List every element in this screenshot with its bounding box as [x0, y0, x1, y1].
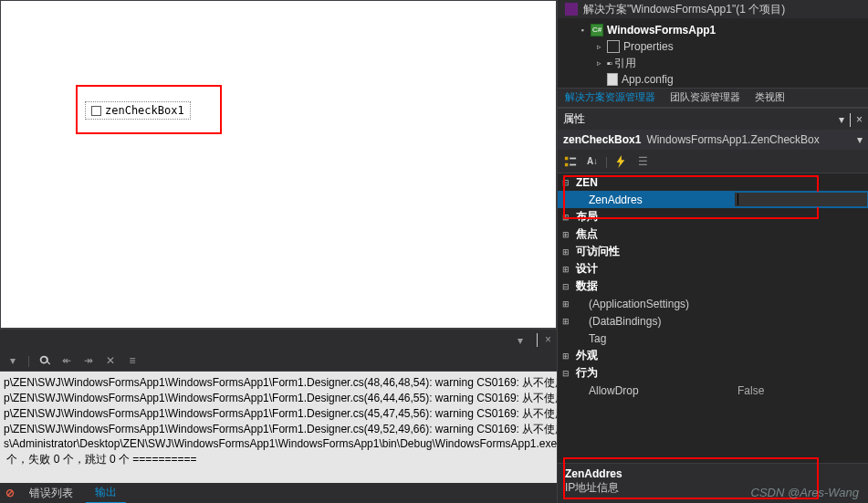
- category-design[interactable]: ⊞设计: [558, 260, 868, 278]
- svg-rect-1: [565, 162, 569, 166]
- appconfig-node[interactable]: App.config: [591, 71, 868, 88]
- expander-icon[interactable]: ▹: [594, 42, 603, 51]
- clear-icon[interactable]: ✕: [103, 353, 118, 368]
- goto-next-icon[interactable]: ↠: [81, 353, 96, 368]
- expand-icon[interactable]: ⊞: [558, 213, 574, 222]
- property-data-bindings[interactable]: ⊞(DataBindings): [558, 312, 868, 330]
- project-node[interactable]: ▪ C# WindowsFormsApp1: [574, 22, 868, 38]
- selected-object-name: zenCheckBox1: [563, 133, 641, 146]
- references-node[interactable]: ▹ ▪▫ 引用: [591, 55, 868, 71]
- form-designer-canvas[interactable]: zenCheckBox1: [0, 0, 557, 329]
- property-value: False: [734, 384, 868, 397]
- output-text[interactable]: p\ZEN\SWJ\WindowsFormsApp1\WindowsFormsA…: [0, 372, 557, 483]
- pin-icon[interactable]: [537, 333, 538, 346]
- expand-icon[interactable]: ⊞: [558, 351, 574, 361]
- expander-icon[interactable]: ▹: [594, 58, 603, 68]
- chevron-down-icon[interactable]: ▾: [857, 133, 863, 146]
- tab-output[interactable]: 输出: [86, 483, 126, 504]
- collapse-icon[interactable]: ⊟: [558, 369, 574, 378]
- find-icon[interactable]: [37, 353, 52, 368]
- output-header: ▾ ×: [0, 330, 557, 350]
- solution-title: 解决方案"WindowsFormsApp1"(1 个项目): [583, 2, 785, 17]
- events-icon[interactable]: [612, 152, 630, 171]
- tab-error-list[interactable]: 错误列表: [20, 484, 82, 503]
- properties-toolbar: A↓ | ☰: [558, 150, 868, 173]
- property-grid[interactable]: ⊟ZEN ZenAddres ⊞布局 ⊞焦点 ⊞可访问性 ⊞设计 ⊟数据 ⊞(A…: [558, 173, 868, 463]
- property-app-settings[interactable]: ⊞(ApplicationSettings): [558, 295, 868, 312]
- categorized-icon[interactable]: [561, 152, 580, 171]
- property-zen-address[interactable]: ZenAddres: [558, 191, 868, 208]
- pin-icon[interactable]: [850, 113, 851, 126]
- output-toolbar: ▾ | ↞ ↠ ✕ ≡: [0, 350, 557, 372]
- zen-checkbox-control[interactable]: zenCheckBox1: [85, 101, 191, 120]
- panel-title: 属性: [563, 111, 585, 127]
- references-icon: ▪▫: [607, 58, 611, 68]
- expand-icon[interactable]: ⊞: [558, 317, 574, 326]
- selected-object-type: WindowsFormsApp1.ZenCheckBox: [646, 133, 819, 146]
- control-label: zenCheckBox1: [105, 104, 184, 117]
- dropdown-icon[interactable]: ▾: [518, 334, 529, 346]
- property-allow-drop[interactable]: AllowDropFalse: [558, 382, 868, 399]
- node-label: App.config: [622, 73, 674, 86]
- close-icon[interactable]: ×: [545, 333, 551, 346]
- alphabetical-icon[interactable]: A↓: [583, 152, 601, 171]
- property-pages-icon[interactable]: ☰: [633, 152, 652, 171]
- wrench-icon: [607, 40, 620, 53]
- config-file-icon: [607, 73, 618, 86]
- svg-rect-2: [570, 157, 576, 159]
- solution-header: 解决方案"WindowsFormsApp1"(1 个项目): [558, 0, 868, 18]
- error-icon: ⊘: [5, 487, 15, 499]
- tab-class-view[interactable]: 类视图: [748, 89, 792, 107]
- properties-object-selector[interactable]: zenCheckBox1 WindowsFormsApp1.ZenCheckBo…: [558, 130, 868, 150]
- category-appearance[interactable]: ⊞外观: [558, 347, 868, 364]
- expand-icon[interactable]: ⊞: [558, 230, 574, 239]
- goto-prev-icon[interactable]: ↞: [59, 353, 74, 368]
- svg-rect-0: [565, 156, 569, 160]
- dropdown-icon[interactable]: ▾: [839, 113, 844, 126]
- category-behavior[interactable]: ⊟行为: [558, 364, 868, 382]
- node-label: 引用: [614, 56, 636, 71]
- csharp-project-icon: C#: [591, 24, 603, 37]
- collapse-icon[interactable]: ⊟: [558, 282, 574, 291]
- wrap-icon[interactable]: ≡: [125, 353, 140, 368]
- category-data[interactable]: ⊟数据: [558, 278, 868, 295]
- category-accessibility[interactable]: ⊞可访问性: [558, 243, 868, 260]
- close-icon[interactable]: ×: [856, 113, 863, 126]
- properties-node[interactable]: ▹ Properties: [591, 38, 868, 55]
- tab-team-explorer[interactable]: 团队资源管理器: [663, 89, 748, 107]
- property-tag[interactable]: Tag: [558, 330, 868, 347]
- svg-rect-3: [570, 163, 576, 165]
- project-name: WindowsFormsApp1: [607, 24, 716, 37]
- category-focus[interactable]: ⊞焦点: [558, 225, 868, 243]
- node-label: Properties: [623, 40, 674, 53]
- collapse-icon[interactable]: ⊟: [558, 178, 574, 187]
- category-layout[interactable]: ⊞布局: [558, 208, 868, 225]
- description-name: ZenAddres: [565, 467, 861, 480]
- checkbox-icon: [91, 106, 101, 116]
- category-zen[interactable]: ⊟ZEN: [558, 173, 868, 191]
- expand-icon[interactable]: ⊞: [558, 265, 574, 274]
- expand-icon[interactable]: ⊞: [558, 247, 574, 257]
- solution-tree[interactable]: ▪ C# WindowsFormsApp1 ▹ Properties ▹ ▪▫ …: [558, 18, 868, 88]
- solution-icon: [565, 3, 578, 16]
- expander-icon[interactable]: ▪: [578, 26, 587, 35]
- expand-icon[interactable]: ⊞: [558, 299, 574, 309]
- watermark: CSDN @Ares-Wang: [751, 486, 859, 499]
- properties-panel-header: 属性 ▾ ×: [558, 108, 868, 130]
- tab-solution-explorer[interactable]: 解决方案资源管理器: [558, 89, 663, 107]
- dropdown-icon[interactable]: ▾: [5, 353, 20, 368]
- property-value-editor[interactable]: [734, 192, 868, 207]
